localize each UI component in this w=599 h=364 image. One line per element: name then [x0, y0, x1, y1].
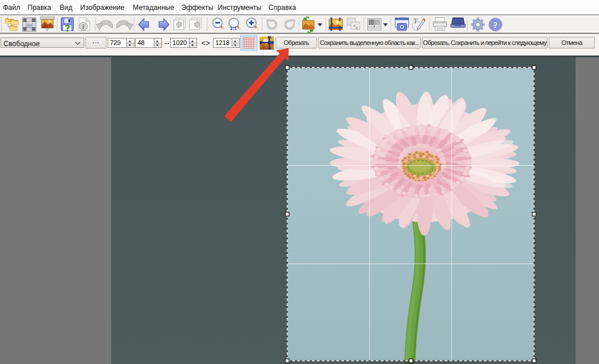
svg-text:?: ? [65, 23, 70, 33]
svg-text:T: T [414, 16, 418, 25]
svg-text:1:1: 1:1 [230, 26, 237, 31]
svg-text:?: ? [493, 20, 498, 30]
